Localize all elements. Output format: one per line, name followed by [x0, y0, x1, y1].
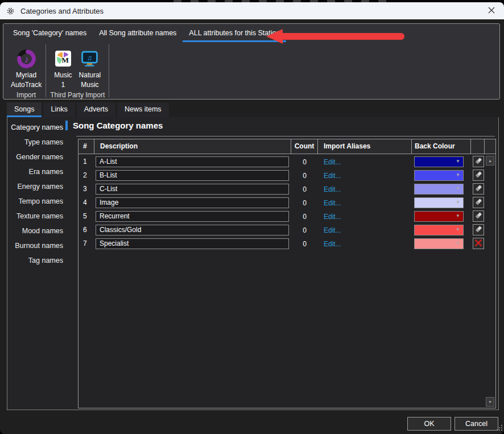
chevron-down-icon: ▼ [456, 186, 460, 191]
table-row: 7 0 Edit... ▼ [79, 237, 495, 250]
window-title: Categories and Attributes [20, 7, 104, 15]
page-tab-strip: Songs Links Adverts News items [7, 102, 169, 117]
description-input[interactable] [96, 156, 289, 167]
ribbon-item-label: AutoTrack [11, 81, 42, 89]
sidebar-item[interactable]: Texture names [7, 209, 64, 224]
table-row: 6 0 Edit... ▼ [79, 223, 495, 237]
ribbon-tab-strip: Song 'Category' names All Song attribute… [3, 24, 499, 42]
row-number: 6 [79, 226, 94, 234]
back-colour-dropdown[interactable]: ▼ [414, 225, 464, 235]
svg-text:♫: ♫ [87, 53, 92, 61]
scroll-up-button[interactable]: ▲ [486, 156, 494, 166]
myriad-autotrack-button[interactable]: ♪ Myriad AutoTrack [11, 44, 42, 89]
natural-music-button[interactable]: ♫ Natural Music [79, 44, 101, 89]
header-divider [76, 136, 495, 137]
myriad-autotrack-icon: ♪ [16, 48, 37, 69]
clear-colour-button[interactable] [473, 156, 484, 167]
back-colour-dropdown[interactable]: ▼ [414, 238, 464, 249]
edit-aliases-link[interactable]: Edit... [324, 185, 341, 193]
description-input[interactable] [96, 211, 289, 222]
count-value: 0 [303, 158, 307, 166]
sidebar-item[interactable]: Type names [7, 135, 64, 150]
chevron-down-icon: ▼ [456, 172, 460, 177]
edit-aliases-link[interactable]: Edit... [324, 213, 341, 221]
sidebar-item[interactable]: Gender names [7, 150, 64, 164]
eraser-icon [474, 170, 483, 180]
table-row: 5 0 Edit... ▼ [79, 209, 495, 223]
description-input[interactable] [96, 170, 289, 181]
table-row: 1 0 Edit... ▼ [79, 155, 495, 168]
col-header-action [471, 139, 485, 154]
sidebar-item[interactable]: Mood names [7, 224, 64, 238]
annotation-arrow [266, 29, 404, 44]
col-header-num: # [79, 139, 94, 154]
page-tab[interactable]: Adverts [77, 102, 115, 117]
description-input[interactable] [96, 238, 289, 249]
eraser-icon [474, 156, 483, 167]
sidebar-item[interactable]: Energy names [7, 179, 64, 194]
chevron-down-icon: ▼ [456, 200, 460, 205]
scroll-down-button[interactable]: ▼ [486, 397, 494, 407]
group-label-third-party-import: Third Party Import [50, 89, 105, 101]
edit-aliases-link[interactable]: Edit... [324, 240, 341, 248]
edit-aliases-link[interactable]: Edit... [324, 226, 341, 234]
edit-aliases-link[interactable]: Edit... [324, 158, 341, 166]
eraser-icon [474, 197, 483, 208]
sidebar-item[interactable]: Tag names [7, 253, 64, 268]
cancel-button[interactable]: Cancel [455, 417, 498, 431]
row-number: 4 [79, 199, 94, 206]
col-header-import-aliases: Import Aliases [318, 139, 412, 154]
section-header: Song Category names [65, 121, 163, 130]
description-input[interactable] [96, 184, 289, 195]
edit-aliases-link[interactable]: Edit... [324, 172, 341, 180]
delete-colour-button[interactable] [473, 238, 484, 249]
ribbon-tab[interactable]: All Song attribute names [93, 28, 183, 42]
sidebar-item[interactable]: Era names [7, 164, 64, 179]
resize-grip-icon[interactable] [496, 423, 503, 433]
ribbon-spacer [109, 44, 496, 97]
back-colour-dropdown[interactable]: ▼ [414, 170, 464, 181]
ribbon-item-label: Music [81, 81, 98, 89]
eraser-icon [474, 225, 483, 235]
page-tab[interactable]: Links [43, 102, 75, 117]
ribbon-item-label: Natural [79, 71, 101, 79]
close-button[interactable] [482, 3, 501, 18]
back-colour-dropdown[interactable]: ▼ [414, 211, 464, 222]
back-colour-dropdown[interactable]: ▼ [414, 156, 464, 167]
back-colour-dropdown[interactable]: ▼ [414, 184, 464, 195]
page-tab[interactable]: News items [117, 102, 169, 117]
edit-aliases-link[interactable]: Edit... [324, 199, 341, 207]
accent-bar [65, 121, 68, 130]
clear-colour-button[interactable] [473, 224, 484, 235]
clear-colour-button[interactable] [473, 197, 484, 208]
col-header-description: Description [94, 139, 291, 154]
clear-colour-button[interactable] [473, 183, 484, 195]
back-colour-dropdown[interactable]: ▼ [414, 197, 464, 208]
count-value: 0 [303, 213, 307, 221]
description-input[interactable] [96, 225, 289, 235]
eraser-icon [474, 211, 483, 221]
ribbon-tab[interactable]: Song 'Category' names [7, 28, 93, 42]
ribbon-group-third-party-import: M Music 1 ♫ [46, 44, 109, 97]
page-tab[interactable]: Songs [7, 102, 42, 117]
sidebar-item[interactable]: Category names [7, 120, 64, 135]
sidebar-item[interactable]: Tempo names [7, 194, 64, 209]
close-icon [488, 7, 495, 15]
sidebar-item[interactable]: Burnout names [7, 238, 64, 253]
table-row: 4 0 Edit... ▼ [79, 196, 495, 209]
count-value: 0 [303, 172, 307, 180]
description-input[interactable] [96, 197, 289, 208]
eraser-icon [474, 184, 483, 194]
ribbon-item-label: 1 [61, 81, 65, 89]
table-header: # Description Count Import Aliases Back … [79, 139, 495, 154]
categories-attributes-dialog: Categories and Attributes Song 'Category… [0, 2, 504, 434]
vertical-scrollbar[interactable]: ▲ ▼ [485, 155, 495, 408]
clear-colour-button[interactable] [473, 210, 484, 222]
title-bar[interactable]: Categories and Attributes [0, 2, 504, 19]
svg-text:M: M [61, 56, 69, 64]
ok-button[interactable]: OK [407, 417, 451, 431]
clear-colour-button[interactable] [473, 170, 484, 181]
ribbon-item-label: Myriad [16, 71, 36, 79]
red-x-icon [474, 239, 482, 249]
music-1-button[interactable]: M Music 1 [54, 44, 72, 89]
